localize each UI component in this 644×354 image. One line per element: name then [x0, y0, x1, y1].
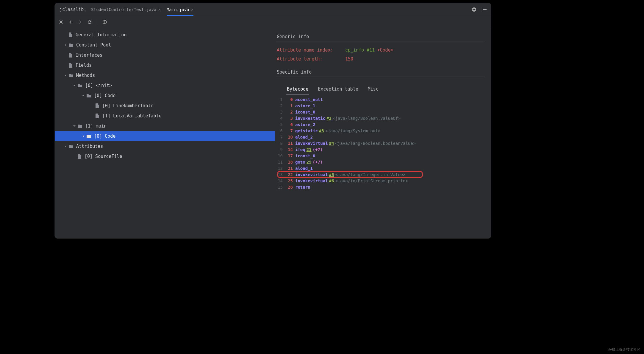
content-area: General InformationConstant PoolInterfac…: [55, 28, 491, 238]
attr-name-index-label: Attribute name index:: [277, 47, 345, 53]
bytecode-line: 32iconst_0: [276, 109, 485, 115]
tree-item-label: Interfaces: [76, 52, 102, 58]
pc-offset: 14: [285, 147, 293, 152]
tree-item[interactable]: General Information: [55, 30, 275, 40]
tree-item-label: Methods: [76, 73, 95, 78]
tree-item[interactable]: Interfaces: [55, 50, 275, 60]
opcode: iconst_0: [295, 110, 315, 114]
line-number: 8: [276, 141, 285, 146]
cp-ref-link[interactable]: #3: [319, 128, 324, 133]
chevron-right-icon[interactable]: [63, 44, 68, 46]
attr-length-value: 150: [345, 56, 353, 62]
chevron-right-icon[interactable]: [81, 135, 86, 138]
file-icon: [95, 113, 100, 119]
tree-item[interactable]: [0] LineNumberTable: [55, 101, 275, 111]
svg-rect-0: [483, 9, 487, 10]
bytecode-line: 43invokestatic#2 <java/lang/Boolean.valu…: [276, 115, 485, 121]
cp-ref-link[interactable]: #2: [326, 116, 332, 121]
ref-description: <java/lang/Integer.intValue>: [335, 172, 405, 177]
attr-length-row: Attribute length: 150: [277, 56, 485, 62]
chevron-down-icon[interactable]: [63, 145, 68, 148]
branch-offset: (+7): [313, 147, 323, 152]
pc-offset: 10: [285, 135, 293, 139]
code-tab[interactable]: Exception table: [317, 85, 359, 95]
pc-offset: 21: [285, 166, 293, 171]
cp-ref-link[interactable]: #6: [329, 178, 334, 183]
bytecode-line: 811invokevirtual#4 <java/lang/Boolean.bo…: [276, 140, 485, 146]
close-icon[interactable]: [58, 19, 64, 25]
attr-name-tag: <Code>: [377, 47, 393, 53]
folder-icon: [77, 123, 83, 129]
tree-item[interactable]: Methods: [55, 70, 275, 80]
ref-description: <java/lang/System.out>: [325, 128, 380, 133]
opcode: aload_1: [295, 166, 313, 171]
cp-ref-link[interactable]: #4: [329, 141, 334, 146]
globe-icon[interactable]: [101, 19, 108, 25]
back-icon[interactable]: [67, 19, 74, 25]
cp-ref-link[interactable]: 21: [307, 147, 312, 152]
pc-offset: 6: [285, 122, 293, 127]
chevron-down-icon[interactable]: [72, 125, 77, 128]
opcode: invokestatic: [295, 116, 325, 121]
chevron-down-icon[interactable]: [72, 84, 77, 87]
ref-description: <java/io/PrintStream.println>: [335, 178, 408, 183]
specific-info-title: Specific info: [277, 69, 485, 75]
tree-item-label: [1] main: [85, 123, 107, 129]
cp-ref-link[interactable]: #5: [329, 172, 334, 177]
bytecode-line: 10aconst_null: [276, 96, 485, 103]
attr-length-label: Attribute length:: [277, 56, 345, 62]
tree-item-label: Constant Pool: [76, 42, 111, 48]
bytecode-line: 914ifeq21(+7): [276, 146, 485, 153]
forward-icon[interactable]: [77, 19, 83, 25]
tree-item-label: [0] Code: [94, 133, 115, 139]
minimize-icon[interactable]: [482, 6, 488, 13]
chevron-down-icon[interactable]: [81, 94, 86, 97]
pc-offset: 3: [285, 116, 293, 121]
pc-offset: 17: [285, 153, 293, 158]
refresh-icon[interactable]: [86, 19, 93, 25]
tree-item[interactable]: [0] SourceFile: [55, 151, 275, 162]
tree-item[interactable]: [1] main: [55, 121, 275, 131]
code-tab[interactable]: Bytecode: [286, 85, 309, 95]
tree-item[interactable]: Attributes: [55, 141, 275, 151]
tree-item[interactable]: [0] <init>: [55, 80, 275, 91]
tree-item[interactable]: [1] LocalVariableTable: [55, 111, 275, 121]
opcode: return: [295, 185, 310, 190]
tree-item-label: Attributes: [76, 144, 103, 149]
file-tab[interactable]: StudentControllerTest.java×: [88, 3, 164, 16]
tree-item[interactable]: Constant Pool: [55, 40, 275, 50]
file-icon: [68, 63, 73, 68]
generic-info-title: Generic info: [277, 34, 485, 39]
opcode: iconst_0: [295, 153, 315, 158]
pc-offset: 0: [285, 97, 293, 102]
tab-label: StudentControllerTest.java: [91, 7, 156, 12]
tree-item[interactable]: [0] Code: [55, 91, 275, 101]
line-number: 4: [276, 116, 285, 121]
bytecode-area: 10aconst_null21astore_132iconst_043invok…: [276, 96, 485, 238]
line-number: 13: [276, 172, 285, 177]
line-number: 5: [276, 122, 285, 127]
line-number: 12: [276, 166, 285, 171]
code-tab[interactable]: Misc: [367, 85, 379, 95]
line-number: 10: [276, 153, 285, 158]
pc-offset: 28: [285, 185, 293, 190]
file-tab[interactable]: Main.java×: [164, 3, 196, 16]
code-tabs: BytecodeException tableMisc: [286, 85, 485, 95]
tree-item[interactable]: Fields: [55, 60, 275, 70]
tree-item-label: [0] Code: [94, 93, 115, 98]
tree-item[interactable]: [0] Code: [55, 131, 275, 141]
cp-info-link[interactable]: cp_info #11: [345, 47, 375, 53]
pc-offset: 11: [285, 141, 293, 146]
cp-ref-link[interactable]: 25: [307, 160, 312, 164]
line-number: 2: [276, 103, 285, 108]
file-icon: [68, 52, 73, 58]
tab-close-icon[interactable]: ×: [191, 7, 193, 12]
opcode: aload_2: [295, 135, 313, 139]
tab-close-icon[interactable]: ×: [158, 7, 160, 12]
chevron-down-icon[interactable]: [63, 74, 68, 77]
opcode: invokevirtual: [295, 178, 328, 183]
tree-item-label: [0] LineNumberTable: [102, 103, 154, 108]
tree-item-label: [1] LocalVariableTable: [102, 113, 162, 119]
settings-icon[interactable]: [471, 6, 477, 13]
line-number: 6: [276, 128, 285, 133]
